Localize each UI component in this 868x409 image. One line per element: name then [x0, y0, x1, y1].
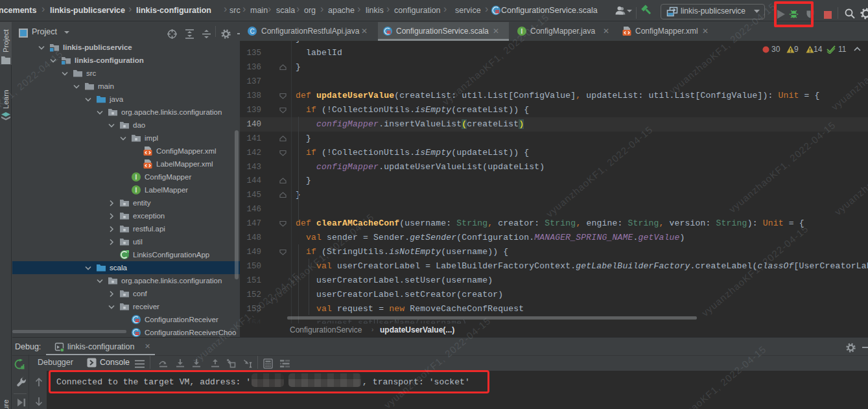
svg-text:C: C [250, 28, 254, 35]
